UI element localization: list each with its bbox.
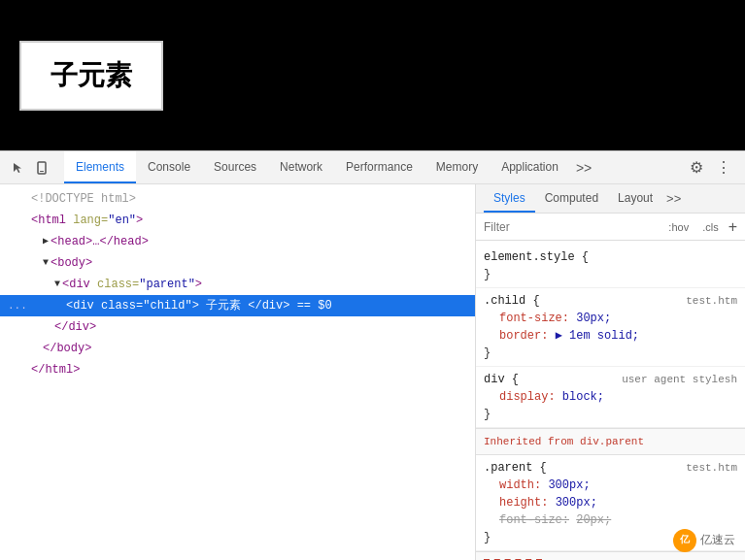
filter-buttons: :hov .cls +: [664, 218, 737, 236]
watermark-text: 亿速云: [700, 532, 735, 549]
devtools-toolbar: Elements Console Sources Network Perform…: [0, 151, 745, 184]
watermark-icon: 亿: [673, 529, 696, 552]
settings-more-icon[interactable]: ⋮: [712, 156, 735, 180]
filter-hov-button[interactable]: :hov: [664, 219, 693, 235]
inherited-label: Inherited from div.parent: [476, 428, 745, 455]
filter-add-button[interactable]: +: [728, 218, 737, 236]
html-panel: <!DOCTYPE html> <html lang="en"> ▶ <head…: [0, 184, 476, 560]
filter-bar: :hov .cls +: [476, 214, 745, 241]
tab-styles[interactable]: Styles: [484, 184, 535, 213]
html-line-div-close: </div>: [0, 316, 475, 338]
cursor-icon[interactable]: [10, 159, 27, 177]
devtools-tabs: Elements Console Sources Network Perform…: [64, 151, 679, 183]
html-line-body[interactable]: ▼ <body>: [0, 252, 475, 274]
styles-tabs-more[interactable]: >>: [666, 191, 681, 206]
html-line-html: <html lang="en">: [0, 210, 475, 231]
html-line-head[interactable]: ▶ <head>…</head>: [0, 231, 475, 252]
toolbar-icons: [4, 159, 56, 177]
mobile-icon[interactable]: [33, 159, 51, 177]
settings-gear-icon[interactable]: ⚙: [685, 156, 708, 180]
tab-sources[interactable]: Sources: [202, 151, 268, 183]
html-line-doctype: <!DOCTYPE html>: [0, 188, 475, 210]
styles-content: element.style { } .child { test.htm font…: [476, 241, 745, 560]
tab-console[interactable]: Console: [136, 151, 202, 183]
tab-computed[interactable]: Computed: [535, 184, 608, 213]
tabs-more-button[interactable]: >>: [570, 160, 597, 176]
watermark: 亿 亿速云: [673, 529, 735, 552]
svg-rect-0: [38, 162, 46, 174]
tab-application[interactable]: Application: [490, 151, 570, 183]
devtools-content: <!DOCTYPE html> <html lang="en"> ▶ <head…: [0, 184, 745, 560]
html-line-div-child[interactable]: ... <div class="child"> 子元素 </div> == $0: [0, 295, 475, 316]
tab-performance[interactable]: Performance: [334, 151, 424, 183]
tab-memory[interactable]: Memory: [424, 151, 490, 183]
html-line-html-close: </html>: [0, 359, 475, 380]
svg-rect-1: [40, 171, 44, 172]
css-rule-element-style: element.style { }: [476, 245, 745, 288]
devtools-panel: Elements Console Sources Network Perform…: [0, 150, 745, 560]
styles-panel: Styles Computed Layout >> :hov .cls +: [476, 184, 745, 560]
html-line-div-parent[interactable]: ▼ <div class="parent">: [0, 274, 475, 295]
preview-area: 子元素: [0, 0, 745, 150]
preview-text: 子元素: [51, 60, 132, 90]
styles-tabs: Styles Computed Layout >>: [476, 184, 745, 214]
filter-input[interactable]: [484, 220, 664, 234]
tab-elements[interactable]: Elements: [64, 151, 136, 183]
css-rule-child: .child { test.htm font-size: 30px; borde…: [476, 288, 745, 367]
preview-box: 子元素: [19, 41, 163, 111]
toolbar-settings: ⚙ ⋮: [679, 156, 741, 180]
tab-network[interactable]: Network: [268, 151, 334, 183]
html-line-body-close: </body>: [0, 338, 475, 359]
filter-cls-button[interactable]: .cls: [698, 219, 723, 235]
css-rule-div: div { user agent stylesh display: block;…: [476, 367, 745, 428]
margin-box: margin 亿 亿速云: [476, 551, 745, 560]
tab-layout[interactable]: Layout: [608, 184, 662, 213]
